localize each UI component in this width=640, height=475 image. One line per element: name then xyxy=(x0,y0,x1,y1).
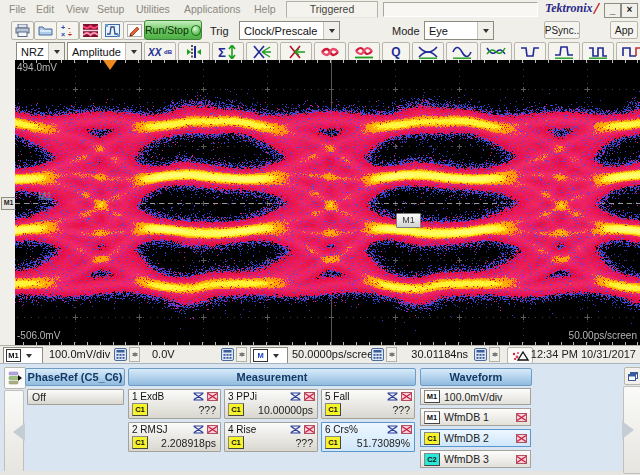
horizontal-scale-keypad-icon[interactable] xyxy=(371,348,384,361)
eye-blue-icon xyxy=(193,392,204,401)
panel-collapse-button[interactable] xyxy=(4,367,26,389)
square-button[interactable] xyxy=(514,42,546,61)
sigma-vertical-button[interactable]: Σ xyxy=(212,42,244,61)
vertical-scale-spinner[interactable] xyxy=(129,347,140,362)
acquisition-alert-icon xyxy=(511,350,529,362)
waveform-row-scale[interactable]: M1 100.0mV/div xyxy=(420,388,531,405)
pulse-high-button[interactable] xyxy=(582,42,614,61)
measurement-title: RMSJ xyxy=(140,424,167,435)
waveform-row-wfmdb1[interactable]: M1 WfmDB 1 xyxy=(420,408,531,426)
measurement-cell-2[interactable]: 2 RMSJ C1 2.208918ps xyxy=(128,422,221,452)
menu-view[interactable]: View xyxy=(66,3,89,15)
measurement-category-select[interactable]: Amplitude xyxy=(67,42,142,61)
vertical-scale-value[interactable]: 100.0mV/div xyxy=(49,348,110,361)
eye-cross-button[interactable] xyxy=(412,42,444,61)
menu-setup[interactable]: Setup xyxy=(97,3,124,15)
jitter-autoset-icon xyxy=(184,45,204,59)
vertical-source-select[interactable]: M1 xyxy=(3,347,43,364)
pulse-low-button[interactable] xyxy=(548,42,580,61)
run-stop-button[interactable]: Run/Stop xyxy=(144,20,202,40)
histogram-icon xyxy=(83,24,98,37)
plot-left-margin: M1 xyxy=(0,60,15,345)
horizontal-delay-spinner[interactable] xyxy=(489,347,500,362)
app-button[interactable]: App xyxy=(610,21,638,39)
open-setup-icon xyxy=(38,24,53,37)
measurement-cell-1[interactable]: 1 ExdB C1 ??? xyxy=(128,389,221,419)
measurement-cell-6-selected[interactable]: 6 Crs% C1 51.73089% xyxy=(321,422,415,452)
timebase-source-select[interactable]: M xyxy=(250,347,288,364)
m1-waveform-handle[interactable]: M1 xyxy=(396,213,421,228)
run-indicator-icon xyxy=(191,25,201,36)
panel-scroll-left[interactable] xyxy=(4,390,24,474)
pulse-low-icon xyxy=(554,45,574,59)
vertical-offset-value[interactable]: 0.0V xyxy=(152,348,175,361)
jitter-autoset-button[interactable] xyxy=(178,42,210,61)
measurement-cell-icons xyxy=(193,392,218,401)
horizontal-delay-keypad-icon[interactable] xyxy=(474,348,487,361)
phaseref-value-cell[interactable]: Off xyxy=(27,389,124,405)
vertical-source-dropdown-icon xyxy=(21,348,36,363)
signal-type-select[interactable]: NRZ xyxy=(16,42,65,61)
x-delete-icon xyxy=(252,45,272,59)
waveform-view-button[interactable] xyxy=(101,21,124,40)
menu-applications[interactable]: Applications xyxy=(184,3,241,15)
eye-cross-icon xyxy=(418,45,438,59)
acquisition-alert-button[interactable] xyxy=(507,347,533,364)
horizontal-scale-value[interactable]: 50.0000ps/screen xyxy=(292,348,379,361)
vertical-offset-keypad-icon[interactable] xyxy=(221,348,234,361)
histogram-button[interactable] xyxy=(79,21,102,40)
nrz-pulse-button[interactable] xyxy=(616,42,640,61)
main-toolbar: +-×÷ Run/Stop Trig Clock/Prescale Mode E… xyxy=(0,18,640,42)
mode-dropdown-icon xyxy=(477,22,493,39)
menu-file[interactable]: File xyxy=(9,3,26,15)
measurement-name: 5 Fall xyxy=(325,391,349,402)
menu-utilities[interactable]: Utilities xyxy=(136,3,170,15)
horizontal-delay-value[interactable]: 30.01184ns xyxy=(404,348,468,361)
waveform-row-label: 100.0mV/div xyxy=(444,391,527,403)
measurement-category-value: Amplitude xyxy=(68,46,125,58)
measurement-readout-panel: PhaseRef (C5_C6) Off Measurement 1 ExdB … xyxy=(0,363,640,475)
trigger-source-select[interactable]: Clock/Prescale xyxy=(239,21,340,40)
horizontal-reference-marker[interactable] xyxy=(103,60,117,70)
open-setup-button[interactable] xyxy=(34,21,57,40)
sine-cross-button[interactable] xyxy=(480,42,512,61)
logo-slash-icon xyxy=(593,3,600,14)
panel-scroll-right[interactable] xyxy=(623,386,640,474)
eye-density-button[interactable] xyxy=(314,42,346,61)
panel-restore-button[interactable] xyxy=(624,367,640,385)
annotate-button[interactable] xyxy=(123,21,146,40)
run-stop-label: Run/Stop xyxy=(145,24,189,36)
x-collect-button[interactable] xyxy=(280,42,312,61)
measurement-value: ??? xyxy=(198,404,216,416)
xx-db-button[interactable]: XXdB xyxy=(144,42,176,61)
m1-ground-marker[interactable]: M1 xyxy=(1,197,16,210)
mode-label: Mode xyxy=(392,25,420,37)
waveform-display[interactable]: 494.0mV -506.0mV 50.00ps/screen M1 M1 xyxy=(15,60,640,345)
menu-help[interactable]: Help xyxy=(254,3,276,15)
svg-text:-: - xyxy=(68,24,71,31)
measurement-cell-5[interactable]: 5 Fall C1 ??? xyxy=(321,389,415,419)
sine-button[interactable] xyxy=(446,42,478,61)
waveform-row-wfmdb3[interactable]: C2 WfmDB 3 xyxy=(420,450,531,468)
measurement-cell-icons xyxy=(290,425,315,434)
menu-edit[interactable]: Edit xyxy=(36,3,54,15)
x-delete-button[interactable] xyxy=(246,42,278,61)
horizontal-scale-spinner[interactable] xyxy=(386,347,397,362)
q-factor-button[interactable]: Q xyxy=(382,42,410,61)
measurement-value: ??? xyxy=(295,437,313,449)
phaseref-header[interactable]: PhaseRef (C5_C6) xyxy=(25,368,125,386)
psync-button[interactable]: PSync.. xyxy=(544,21,580,39)
waveform-row-wfmdb2-selected[interactable]: C1 WfmDB 2 xyxy=(420,429,531,447)
eye-density-ref-button[interactable] xyxy=(348,42,380,61)
print-button[interactable] xyxy=(11,21,34,40)
vertical-scale-keypad-icon[interactable] xyxy=(114,348,127,361)
minimize-button[interactable]: _ xyxy=(604,3,621,18)
waveform-header[interactable]: Waveform xyxy=(420,368,532,386)
mode-select[interactable]: Eye xyxy=(424,21,494,40)
measurement-cell-3[interactable]: 3 PPJi C1 10.00000ps xyxy=(224,389,318,419)
math-setup-button[interactable]: +-×÷ xyxy=(56,21,79,40)
measurement-header[interactable]: Measurement xyxy=(128,368,416,386)
close-button[interactable]: × xyxy=(621,3,638,18)
measurement-cell-4[interactable]: 4 Rise C1 ??? xyxy=(224,422,318,452)
vertical-offset-spinner[interactable] xyxy=(236,347,247,362)
